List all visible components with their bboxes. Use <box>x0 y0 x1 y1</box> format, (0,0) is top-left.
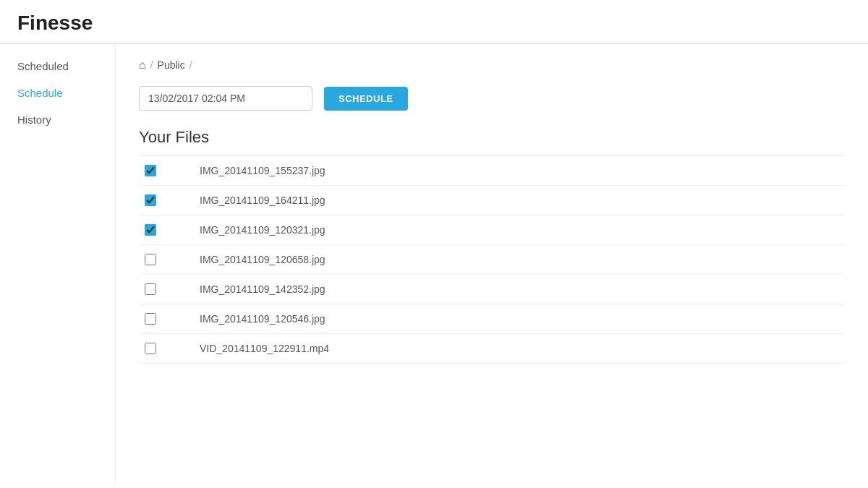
schedule-row: SCHEDULE <box>139 86 845 111</box>
sidebar-item-schedule[interactable]: Schedule <box>17 85 98 100</box>
file-checkbox[interactable] <box>145 194 156 206</box>
file-item: IMG_20141109_164211.jpg <box>139 186 845 215</box>
file-item: IMG_20141109_120546.jpg <box>139 304 845 334</box>
main-content: ⌂ / Public / SCHEDULE Your Files IMG_201… <box>116 44 868 485</box>
file-name: VID_20141109_122911.mp4 <box>200 343 329 354</box>
sidebar-item-history[interactable]: History <box>17 112 98 127</box>
file-checkbox[interactable] <box>145 224 156 236</box>
file-checkbox[interactable] <box>145 165 156 176</box>
file-name: IMG_20141109_120321.jpg <box>200 224 326 236</box>
file-item: VID_20141109_122911.mp4 <box>139 334 845 364</box>
app-header: Finesse <box>0 0 868 44</box>
file-item: IMG_20141109_155237.jpg <box>139 156 845 186</box>
breadcrumb-folder: Public <box>158 59 185 71</box>
app-title: Finesse <box>17 12 93 34</box>
breadcrumb-sep-1: / <box>150 59 153 71</box>
schedule-datetime-input[interactable] <box>139 86 312 111</box>
file-checkbox[interactable] <box>145 254 156 265</box>
file-checkbox[interactable] <box>145 343 156 354</box>
file-item: IMG_20141109_120321.jpg <box>139 215 845 245</box>
file-name: IMG_20141109_120546.jpg <box>200 313 326 325</box>
files-section-title: Your Files <box>139 128 845 147</box>
file-checkbox[interactable] <box>145 283 156 295</box>
file-name: IMG_20141109_142352.jpg <box>200 283 326 295</box>
file-name: IMG_20141109_155237.jpg <box>200 165 326 176</box>
breadcrumb: ⌂ / Public / <box>139 59 845 72</box>
schedule-button[interactable]: SCHEDULE <box>324 87 408 111</box>
breadcrumb-sep-2: / <box>190 59 192 71</box>
file-list: IMG_20141109_155237.jpgIMG_20141109_1642… <box>139 156 845 364</box>
sidebar-item-scheduled[interactable]: Scheduled <box>17 59 98 74</box>
file-checkbox[interactable] <box>145 313 156 325</box>
file-item: IMG_20141109_120658.jpg <box>139 245 845 275</box>
app-body: Scheduled Schedule History ⌂ / Public / … <box>0 44 868 485</box>
file-item: IMG_20141109_142352.jpg <box>139 275 845 304</box>
home-icon[interactable]: ⌂ <box>139 59 146 72</box>
sidebar: Scheduled Schedule History <box>0 44 116 485</box>
file-name: IMG_20141109_120658.jpg <box>200 254 326 265</box>
file-name: IMG_20141109_164211.jpg <box>200 194 326 206</box>
